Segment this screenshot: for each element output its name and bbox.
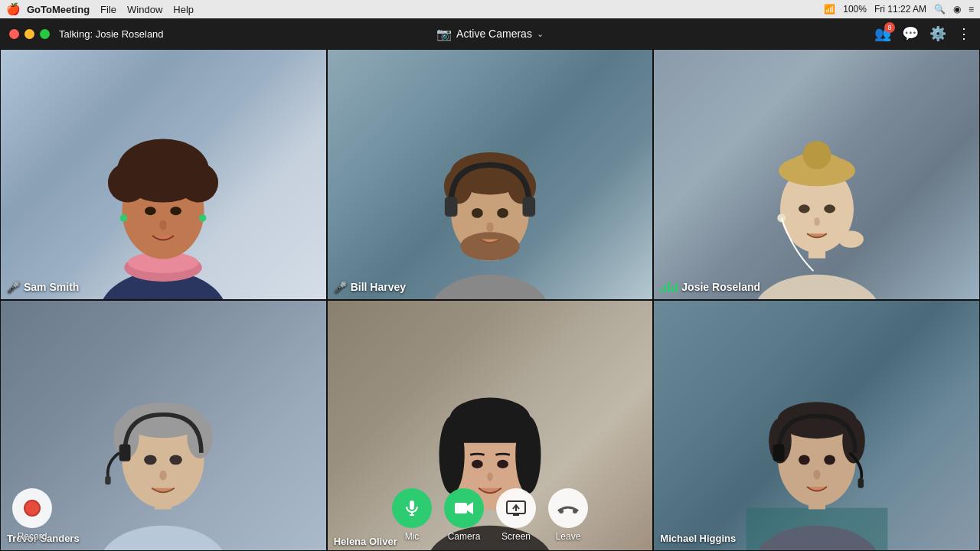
svg-point-47 xyxy=(144,455,157,465)
talking-indicator-josie xyxy=(660,282,678,292)
svg-point-39 xyxy=(100,526,227,550)
wifi-icon: 📶 xyxy=(824,4,835,15)
chat-button[interactable]: 💬 xyxy=(902,25,919,42)
mic-button-circle xyxy=(392,488,432,528)
svg-point-48 xyxy=(170,455,183,465)
mic-button[interactable]: Mic xyxy=(392,488,432,542)
name-label-bill: Bill Harvey xyxy=(351,281,406,293)
svg-point-11 xyxy=(145,207,156,215)
participant-name-josie: Josie Roseland xyxy=(660,281,760,293)
svg-point-70 xyxy=(799,455,810,465)
participant-name-helena: Helena Oliver xyxy=(334,536,397,550)
leave-button[interactable]: Leave xyxy=(548,488,588,542)
minimize-button[interactable] xyxy=(24,29,34,39)
participant-name-michael: Michael Higgins xyxy=(660,533,736,544)
talking-indicator: Talking: Josie Roseland xyxy=(59,28,164,40)
svg-rect-68 xyxy=(773,444,784,461)
svg-marker-77 xyxy=(467,502,473,514)
window-menu[interactable]: Window xyxy=(127,4,162,15)
camera-button-circle xyxy=(444,488,484,528)
screen-label: Screen xyxy=(501,531,531,542)
settings-button[interactable]: ⚙️ xyxy=(929,25,946,42)
camera-label: Camera xyxy=(448,531,481,542)
svg-point-13 xyxy=(160,220,167,230)
svg-point-12 xyxy=(171,207,182,215)
video-grid: 🎤 Sam Smith xyxy=(0,49,980,551)
close-button[interactable] xyxy=(9,29,19,39)
video-cell-josie: Josie Roseland xyxy=(653,49,980,300)
svg-rect-45 xyxy=(119,444,131,461)
svg-point-56 xyxy=(439,416,464,494)
center-toolbar: Mic Camera xyxy=(392,488,588,542)
participants-badge: 8 xyxy=(884,22,895,33)
svg-point-33 xyxy=(802,141,831,169)
chevron-down-icon: ⌄ xyxy=(537,29,544,39)
camera-button[interactable]: Camera xyxy=(444,488,484,542)
svg-point-26 xyxy=(497,208,508,218)
leave-label: Leave xyxy=(556,531,581,542)
svg-point-22 xyxy=(460,232,520,260)
participant-name-sam: 🎤 Sam Smith xyxy=(7,281,79,293)
svg-point-57 xyxy=(515,416,541,494)
svg-point-49 xyxy=(160,471,167,481)
mic-icon-sam: 🎤 xyxy=(7,281,20,293)
name-label-helena: Helena Oliver xyxy=(334,536,397,547)
svg-point-37 xyxy=(814,217,819,226)
apple-menu-icon[interactable]: 🍎 xyxy=(6,2,21,16)
participant-name-bill: 🎤 Bill Harvey xyxy=(334,281,406,293)
svg-point-16 xyxy=(430,275,550,299)
svg-point-15 xyxy=(199,214,206,221)
svg-point-25 xyxy=(472,208,483,218)
svg-point-28 xyxy=(753,275,880,299)
camera-view-icon: 📷 xyxy=(436,27,452,41)
active-cameras-label: Active Cameras xyxy=(456,28,532,40)
video-cell-michael: Michael Higgins xyxy=(653,300,980,551)
maximize-button[interactable] xyxy=(40,29,50,39)
svg-point-36 xyxy=(824,204,835,213)
svg-point-72 xyxy=(813,470,820,480)
gear-icon: ⚙️ xyxy=(929,26,946,41)
record-label: Record xyxy=(18,531,47,542)
record-button[interactable]: Record xyxy=(12,488,52,542)
svg-rect-76 xyxy=(455,503,467,514)
spotlight-icon[interactable]: 🔍 xyxy=(934,4,946,15)
screen-button[interactable]: Screen xyxy=(496,488,536,542)
window-controls xyxy=(9,29,50,39)
chat-icon: 💬 xyxy=(902,26,919,41)
svg-point-38 xyxy=(838,230,863,247)
name-label-michael: Michael Higgins xyxy=(660,533,736,544)
titlebar-actions: 👥 8 💬 ⚙️ ⋮ xyxy=(874,25,971,42)
svg-rect-23 xyxy=(445,197,458,217)
svg-point-82 xyxy=(559,509,564,514)
record-dot-icon xyxy=(24,500,41,517)
clock: Fri 11:22 AM xyxy=(874,4,926,15)
siri-icon[interactable]: ◉ xyxy=(953,4,961,15)
app-menu[interactable]: GoToMeeting xyxy=(27,4,90,15)
file-menu[interactable]: File xyxy=(100,4,116,15)
help-menu[interactable]: Help xyxy=(173,4,194,15)
video-cell-bill: 🎤 Bill Harvey xyxy=(327,49,654,300)
record-circle xyxy=(12,488,52,528)
titlebar: Talking: Josie Roseland 📷 Active Cameras… xyxy=(0,18,980,49)
participants-button[interactable]: 👥 8 xyxy=(874,25,891,42)
svg-rect-24 xyxy=(522,197,535,217)
svg-point-58 xyxy=(472,460,483,468)
more-button[interactable]: ⋮ xyxy=(957,25,971,42)
svg-point-59 xyxy=(497,460,508,468)
svg-point-27 xyxy=(486,222,493,232)
screen-button-circle xyxy=(496,488,536,528)
svg-point-60 xyxy=(487,472,492,481)
menubar: 🍎 GoToMeeting File Window Help 📶 100% Fr… xyxy=(0,0,980,18)
mic-label: Mic xyxy=(405,531,420,542)
svg-point-83 xyxy=(573,509,577,514)
leave-button-circle xyxy=(548,488,588,528)
view-selector[interactable]: 📷 Active Cameras ⌄ xyxy=(436,27,544,41)
battery-indicator: 100% xyxy=(843,4,867,15)
svg-point-71 xyxy=(824,455,835,465)
svg-point-10 xyxy=(145,147,181,182)
svg-point-14 xyxy=(120,214,127,221)
svg-rect-69 xyxy=(858,478,863,488)
control-center-icon[interactable]: ≡ xyxy=(969,4,974,15)
mic-icon-bill: 🎤 xyxy=(334,281,347,293)
more-icon: ⋮ xyxy=(957,26,971,41)
